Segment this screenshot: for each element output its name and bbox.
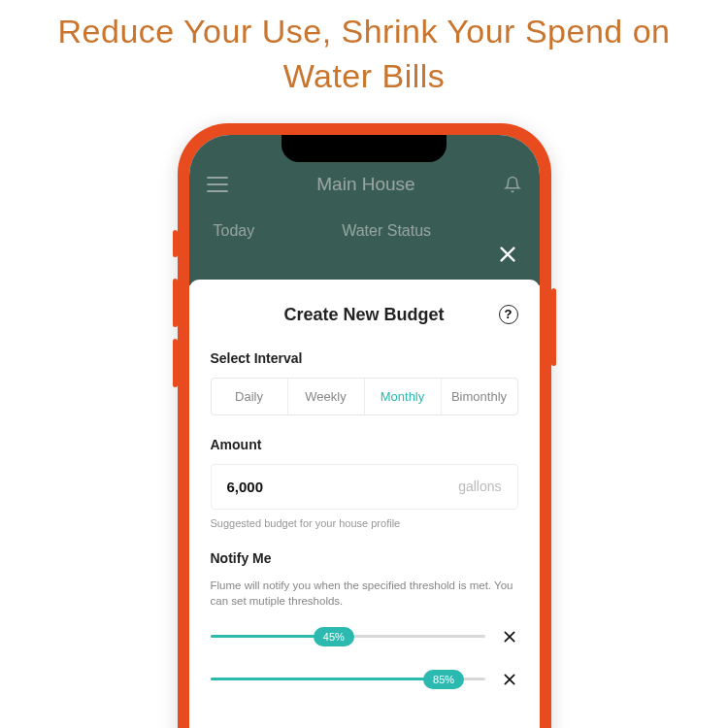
remove-threshold-button[interactable] bbox=[501, 671, 518, 688]
interval-selector: Daily Weekly Monthly Bimonthly bbox=[211, 378, 518, 415]
phone-side-button bbox=[173, 230, 178, 257]
threshold-row: 85% bbox=[211, 671, 518, 688]
amount-unit: gallons bbox=[458, 479, 501, 494]
slider-fill bbox=[211, 678, 445, 680]
interval-weekly[interactable]: Weekly bbox=[288, 379, 365, 414]
amount-input[interactable]: 6,000 gallons bbox=[211, 464, 518, 510]
sheet-title: Create New Budget bbox=[283, 305, 444, 325]
threshold-slider[interactable]: 85% bbox=[211, 678, 485, 680]
interval-daily[interactable]: Daily bbox=[212, 379, 288, 414]
slider-thumb[interactable]: 45% bbox=[314, 627, 354, 646]
phone-notch bbox=[281, 135, 447, 162]
help-icon[interactable]: ? bbox=[499, 305, 518, 324]
close-icon bbox=[497, 244, 518, 265]
hero-title: Reduce Your Use, Shrink Your Spend on Wa… bbox=[0, 0, 728, 123]
interval-bimonthly[interactable]: Bimonthly bbox=[442, 379, 517, 414]
phone-frame: Main House Today Water Status Create New… bbox=[178, 123, 551, 728]
amount-hint: Suggested budget for your house profile bbox=[211, 517, 518, 529]
notify-description: Flume will notify you when the specified… bbox=[211, 578, 518, 609]
interval-monthly[interactable]: Monthly bbox=[365, 379, 442, 414]
close-button[interactable] bbox=[493, 240, 522, 269]
notify-label: Notify Me bbox=[211, 550, 518, 566]
close-icon bbox=[502, 672, 517, 687]
close-icon bbox=[502, 629, 517, 645]
phone-screen: Main House Today Water Status Create New… bbox=[189, 135, 540, 728]
budget-sheet: Create New Budget ? Select Interval Dail… bbox=[189, 280, 540, 728]
threshold-row: 45% bbox=[211, 628, 518, 645]
interval-label: Select Interval bbox=[211, 350, 518, 366]
phone-side-button bbox=[173, 339, 178, 387]
slider-thumb[interactable]: 85% bbox=[423, 670, 464, 689]
remove-threshold-button[interactable] bbox=[501, 628, 518, 645]
phone-side-button bbox=[551, 288, 556, 366]
amount-value: 6,000 bbox=[227, 479, 264, 495]
phone-side-button bbox=[173, 279, 178, 327]
threshold-slider[interactable]: 45% bbox=[211, 635, 485, 638]
amount-label: Amount bbox=[211, 437, 518, 452]
